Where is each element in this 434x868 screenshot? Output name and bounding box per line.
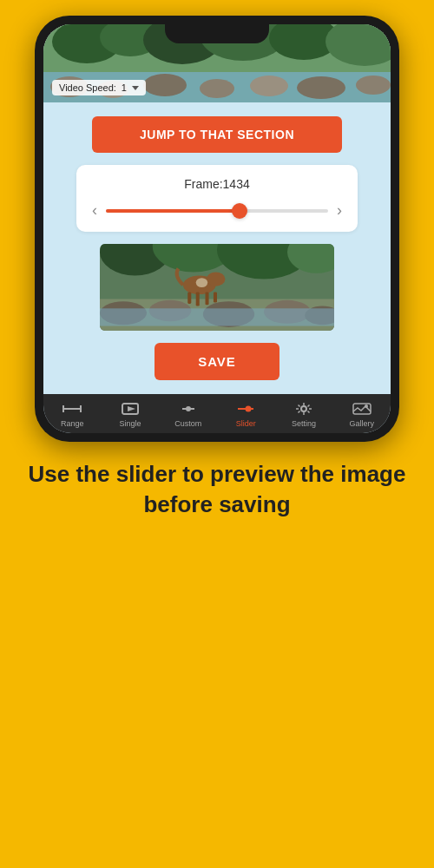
nav-item-single[interactable]: Single [102,401,160,428]
preview-image [100,244,334,331]
nav-label-custom: Custom [174,419,201,428]
svg-rect-34 [62,408,82,410]
slider-track[interactable] [106,209,328,213]
video-speed-bar[interactable]: Video Speed: 1 [52,80,146,95]
svg-point-43 [301,406,306,411]
custom-icon [178,401,199,417]
slider-prev-arrow[interactable]: ‹ [92,201,97,220]
jump-to-section-button[interactable]: JUMP TO THAT SECTION [92,116,342,153]
single-icon [120,401,141,417]
svg-rect-30 [196,292,200,306]
frame-slider-card: Frame:1434 ‹ › [76,165,358,232]
setting-icon [293,401,314,417]
screen-content: JUMP TO THAT SECTION Frame:1434 ‹ › [43,102,391,394]
svg-point-13 [297,76,345,99]
svg-rect-36 [80,405,82,412]
svg-point-12 [250,76,288,96]
slider-fill [106,209,240,213]
slider-row: ‹ › [92,201,342,220]
svg-rect-26 [100,308,334,326]
svg-rect-32 [214,292,217,302]
save-button[interactable]: SAVE [155,343,279,380]
nav-label-setting: Setting [292,419,316,428]
nav-label-gallery: Gallery [349,419,374,428]
phone-wrapper: Video Speed: 1 JUMP TO THAT SECTION Fram… [35,16,399,442]
svg-point-40 [186,406,191,411]
phone-notch [165,24,269,43]
dropdown-arrow-icon [132,86,139,90]
nav-item-custom[interactable]: Custom [159,401,217,428]
svg-rect-31 [206,292,209,305]
slider-next-arrow[interactable]: › [337,201,342,220]
phone-shell: Video Speed: 1 JUMP TO THAT SECTION Fram… [35,16,399,442]
svg-marker-38 [128,406,135,411]
svg-point-45 [365,404,368,408]
svg-point-42 [246,406,252,412]
svg-point-11 [200,79,234,98]
bottom-text: Use the slider to preview the image befo… [0,442,434,529]
svg-point-33 [196,278,208,287]
nav-label-slider: Slider [236,419,256,428]
video-speed-label: Video Speed: [59,82,116,93]
preview-svg [100,244,334,331]
nav-item-slider[interactable]: Slider [217,401,275,428]
range-icon [62,401,82,417]
frame-label: Frame:1434 [184,177,249,191]
video-speed-value: 1 [122,82,127,93]
nav-item-range[interactable]: Range [43,401,102,428]
slider-icon [235,401,256,417]
nav-label-range: Range [61,419,84,428]
nav-item-gallery[interactable]: Gallery [332,401,391,428]
nav-item-setting[interactable]: Setting [275,401,333,428]
svg-point-28 [207,272,226,286]
slider-thumb[interactable] [232,203,247,219]
svg-rect-35 [62,405,64,412]
bottom-nav: Range Single [43,394,391,433]
svg-point-10 [143,74,187,96]
gallery-icon [352,401,372,417]
svg-point-14 [356,76,391,95]
nav-label-single: Single [119,419,141,428]
svg-rect-29 [187,292,191,304]
phone-screen: Video Speed: 1 JUMP TO THAT SECTION Fram… [43,24,391,433]
